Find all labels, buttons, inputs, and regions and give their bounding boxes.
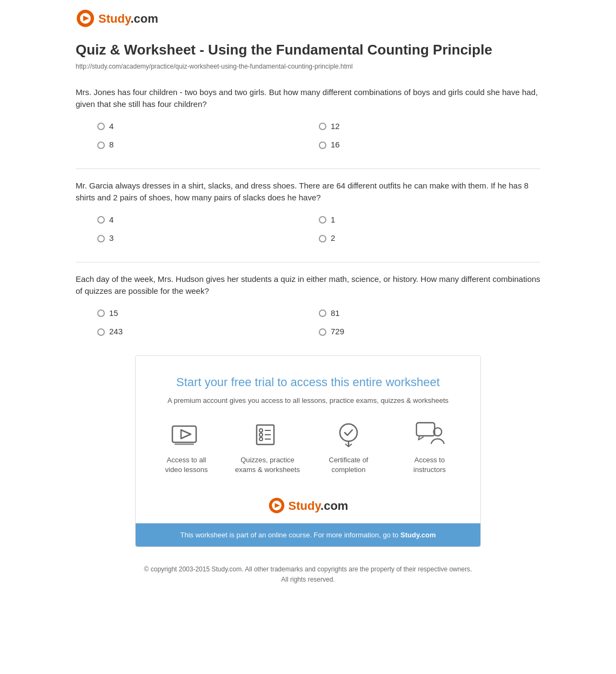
option-3b-label: 81	[331, 307, 340, 320]
page-url: http://study.com/academy/practice/quiz-w…	[76, 62, 540, 71]
option-2b[interactable]: 1	[319, 214, 540, 226]
radio-3c[interactable]	[97, 328, 105, 336]
page-container: Study.com Quiz & Worksheet - Using the F…	[65, 0, 551, 603]
option-2a[interactable]: 4	[97, 214, 319, 226]
question-2-options: 4 1 3 2	[76, 214, 540, 245]
option-1c-label: 8	[109, 139, 113, 151]
certificate-icon	[333, 421, 364, 451]
feature-video: Access to allvideo lessons	[151, 421, 222, 475]
questions-container: Mrs. Jones has four children - two boys …	[76, 86, 540, 338]
feature-video-label: Access to allvideo lessons	[165, 455, 208, 475]
logo-text: Study.com	[98, 10, 158, 28]
svg-point-8	[259, 433, 263, 436]
instructors-icon	[414, 421, 445, 451]
option-1a-label: 4	[109, 120, 113, 133]
logo-study: Study	[98, 12, 130, 25]
question-3-options: 15 81 243 729	[76, 307, 540, 338]
option-2d[interactable]: 2	[319, 232, 540, 245]
feature-quizzes-label: Quizzes, practiceexams & worksheets	[235, 455, 300, 475]
svg-point-9	[259, 437, 263, 441]
features-row: Access to allvideo lessons Quizzes, pra	[149, 421, 467, 475]
svg-marker-4	[181, 430, 191, 439]
feature-certificate-label: Certificate ofcompletion	[329, 455, 369, 475]
option-3c-label: 243	[109, 326, 123, 338]
option-2c[interactable]: 3	[97, 232, 319, 245]
feature-instructors: Access toinstructors	[394, 421, 465, 475]
question-2: Mr. Garcia always dresses in a shirt, sl…	[76, 180, 540, 245]
feature-quizzes: Quizzes, practiceexams & worksheets	[232, 421, 303, 475]
option-2b-label: 1	[331, 214, 335, 226]
promo-logo-text: Study.com	[289, 497, 349, 515]
feature-certificate: Certificate ofcompletion	[313, 421, 384, 475]
logo-com: com	[134, 12, 158, 25]
radio-2b[interactable]	[319, 216, 326, 224]
radio-1a[interactable]	[97, 123, 105, 130]
promo-bottom-text: This worksheet is part of an online cour…	[180, 531, 400, 539]
svg-rect-5	[175, 443, 194, 445]
radio-3a[interactable]	[97, 309, 105, 317]
option-3a-label: 15	[109, 307, 118, 320]
video-icon	[171, 421, 202, 451]
question-3: Each day of the week, Mrs. Hudson gives …	[76, 273, 540, 338]
question-1: Mrs. Jones has four children - two boys …	[76, 86, 540, 151]
promo-title: Start your free trial to access this ent…	[149, 373, 467, 391]
option-2d-label: 2	[331, 232, 335, 245]
option-2a-label: 4	[109, 214, 113, 226]
svg-point-7	[259, 429, 263, 432]
radio-1b[interactable]	[319, 123, 326, 130]
option-3d[interactable]: 729	[319, 326, 540, 338]
quizzes-icon	[252, 421, 283, 451]
page-title: Quiz & Worksheet - Using the Fundamental…	[76, 41, 540, 59]
logo-area: Study.com	[76, 9, 540, 28]
radio-2a[interactable]	[97, 216, 105, 224]
option-1a[interactable]: 4	[97, 120, 319, 133]
logo[interactable]: Study.com	[76, 9, 540, 28]
radio-2d[interactable]	[319, 235, 326, 242]
question-3-text: Each day of the week, Mrs. Hudson gives …	[76, 273, 540, 298]
logo-icon	[76, 9, 95, 28]
question-2-text: Mr. Garcia always dresses in a shirt, sl…	[76, 180, 540, 204]
svg-rect-15	[417, 423, 435, 436]
promo-box: Start your free trial to access this ent…	[135, 355, 481, 547]
option-3d-label: 729	[331, 326, 344, 338]
option-3b[interactable]: 81	[319, 307, 540, 320]
question-1-options: 4 12 8 16	[76, 120, 540, 151]
radio-2c[interactable]	[97, 235, 105, 242]
promo-logo[interactable]: Study.com	[149, 488, 467, 523]
question-1-text: Mrs. Jones has four children - two boys …	[76, 86, 540, 111]
promo-logo-icon	[268, 497, 285, 514]
option-1d-label: 16	[331, 139, 340, 151]
feature-instructors-label: Access toinstructors	[413, 455, 446, 475]
svg-point-13	[340, 424, 357, 441]
copyright: © copyright 2003-2015 Study.com. All oth…	[76, 564, 540, 585]
divider-1	[76, 168, 540, 169]
option-2c-label: 3	[109, 232, 113, 245]
option-3c[interactable]: 243	[97, 326, 319, 338]
radio-3d[interactable]	[319, 328, 326, 336]
divider-2	[76, 262, 540, 262]
svg-rect-3	[172, 426, 196, 442]
option-1b-label: 12	[331, 120, 340, 133]
option-3a[interactable]: 15	[97, 307, 319, 320]
radio-3b[interactable]	[319, 309, 326, 317]
promo-subtitle: A premium account gives you access to al…	[149, 395, 467, 406]
option-1c[interactable]: 8	[97, 139, 319, 151]
radio-1d[interactable]	[319, 141, 326, 149]
promo-bottom-link[interactable]: Study.com	[400, 531, 436, 539]
radio-1c[interactable]	[97, 141, 105, 149]
option-1d[interactable]: 16	[319, 139, 540, 151]
option-1b[interactable]: 12	[319, 120, 540, 133]
promo-bottom-bar: This worksheet is part of an online cour…	[136, 523, 480, 547]
